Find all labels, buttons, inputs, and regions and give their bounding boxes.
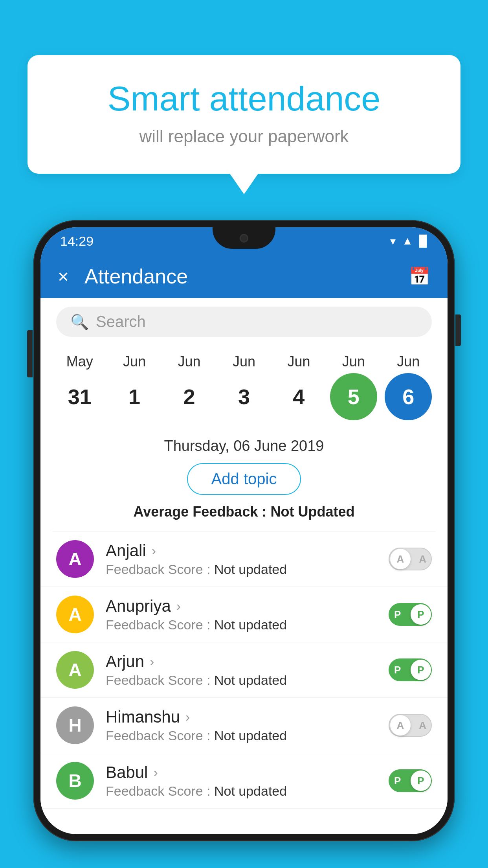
student-feedback: Feedback Score : Not updated [106,617,389,633]
date-number: 31 [56,373,103,420]
app-title: Attendance [84,265,409,288]
date-month: Jun [381,353,436,370]
status-time: 14:29 [60,234,94,249]
student-avatar: H [56,706,94,744]
attendance-toggle[interactable]: AA [389,714,432,737]
date-month: Jun [107,353,161,370]
battery-icon: ▉ [419,235,428,248]
toggle-knob: P [411,604,431,625]
date-day-item[interactable]: 4 [275,373,322,420]
chevron-icon: › [152,543,156,558]
student-feedback: Feedback Score : Not updated [106,783,389,799]
bubble-subtitle: will replace your paperwork [59,127,429,146]
student-feedback: Feedback Score : Not updated [106,673,389,688]
status-icons: ▾ ▲ ▉ [390,235,428,248]
date-month: May [52,353,107,370]
student-avatar: B [56,762,94,800]
toggle-label: A [419,553,426,565]
date-picker: MayJunJunJunJunJunJun 31123456 [40,346,448,429]
phone-frame: 14:29 ▾ ▲ ▉ × Attendance 📅 🔍 Search [33,220,455,868]
search-icon: 🔍 [70,313,89,331]
notch [213,227,275,249]
months-row: MayJunJunJunJunJunJun [52,353,436,370]
calendar-icon[interactable]: 📅 [409,266,430,287]
student-item: AArjun ›Feedback Score : Not updatedPP [40,642,448,698]
student-item: AAnjali ›Feedback Score : Not updatedAA [40,531,448,587]
date-day-item[interactable]: 31 [56,373,103,420]
chevron-icon: › [150,654,154,669]
student-item: BBabul ›Feedback Score : Not updatedPP [40,753,448,809]
chevron-icon: › [185,709,190,725]
feedback-value: Not updated [214,673,287,688]
student-avatar: A [56,596,94,633]
add-topic-button[interactable]: Add topic [187,463,301,495]
toggle-knob: P [411,660,431,680]
student-info: Babul ›Feedback Score : Not updated [106,763,389,799]
date-month: Jun [162,353,216,370]
attendance-toggle[interactable]: PP [389,603,432,626]
date-day-item[interactable]: 5 [330,373,377,420]
date-month: Jun [272,353,326,370]
feedback-value: Not updated [214,783,287,798]
toggle-knob: A [390,549,411,569]
student-name[interactable]: Babul › [106,763,389,782]
attendance-toggle[interactable]: AA [389,548,432,570]
wifi-icon: ▾ [390,235,396,248]
date-info: Thursday, 06 June 2019 Add topic Average… [40,429,448,531]
speech-bubble-container: Smart attendance will replace your paper… [28,55,460,174]
phone-outer: 14:29 ▾ ▲ ▉ × Attendance 📅 🔍 Search [33,220,455,841]
days-row: 31123456 [52,373,436,420]
student-name[interactable]: Himanshu › [106,708,389,726]
student-name[interactable]: Arjun › [106,652,389,671]
student-name[interactable]: Anupriya › [106,597,389,616]
student-avatar: A [56,651,94,689]
avg-feedback-prefix: Average Feedback : [134,504,271,520]
bubble-title: Smart attendance [59,79,429,119]
date-number: 4 [275,373,322,420]
toggle-label: P [394,609,401,621]
date-day-item[interactable]: 6 [385,373,432,420]
date-number: 2 [166,373,213,420]
date-day-item[interactable]: 2 [166,373,213,420]
toggle-label: P [394,775,401,787]
attendance-toggle[interactable]: PP [389,769,432,792]
date-month: Jun [326,353,381,370]
chevron-icon: › [153,765,158,780]
feedback-value: Not updated [214,728,287,743]
phone-screen: 14:29 ▾ ▲ ▉ × Attendance 📅 🔍 Search [40,227,448,834]
speech-bubble: Smart attendance will replace your paper… [28,55,460,174]
toggle-label: A [419,719,426,732]
feedback-value: Not updated [214,562,287,577]
chevron-icon: › [176,598,181,614]
date-day-item[interactable]: 3 [220,373,268,420]
selected-date-label: Thursday, 06 June 2019 [40,438,448,454]
date-number: 3 [220,373,268,420]
date-day-item[interactable]: 1 [111,373,158,420]
student-list: AAnjali ›Feedback Score : Not updatedAAA… [40,531,448,809]
avg-feedback: Average Feedback : Not Updated [40,504,448,526]
search-container: 🔍 Search [40,298,448,346]
student-item: AAnupriya ›Feedback Score : Not updatedP… [40,587,448,642]
student-info: Arjun ›Feedback Score : Not updated [106,652,389,688]
student-name[interactable]: Anjali › [106,541,389,560]
student-info: Anupriya ›Feedback Score : Not updated [106,597,389,633]
date-month: Jun [216,353,271,370]
student-feedback: Feedback Score : Not updated [106,562,389,577]
close-button[interactable]: × [58,266,69,287]
toggle-knob: A [390,715,411,736]
date-number: 1 [111,373,158,420]
feedback-value: Not updated [214,617,287,632]
search-bar[interactable]: 🔍 Search [56,307,432,337]
student-feedback: Feedback Score : Not updated [106,728,389,743]
toggle-knob: P [411,771,431,791]
status-bar: 14:29 ▾ ▲ ▉ [40,227,448,255]
student-info: Anjali ›Feedback Score : Not updated [106,541,389,577]
avg-feedback-value: Not Updated [270,504,354,520]
date-number: 6 [385,373,432,420]
app-bar: × Attendance 📅 [40,255,448,298]
student-avatar: A [56,540,94,578]
signal-icon: ▲ [402,235,413,247]
attendance-toggle[interactable]: PP [389,658,432,681]
student-info: Himanshu ›Feedback Score : Not updated [106,708,389,743]
camera [240,234,248,243]
